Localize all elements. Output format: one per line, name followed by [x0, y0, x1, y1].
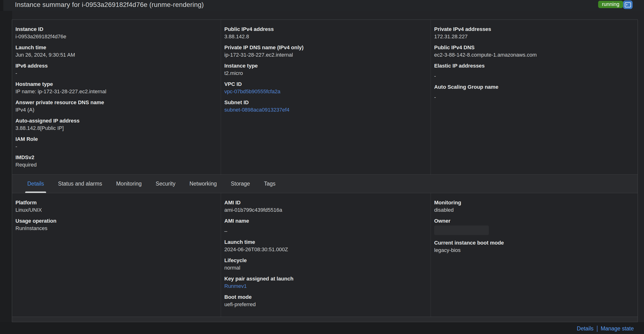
status-badge: running — [598, 1, 623, 8]
field-value: disabled — [434, 207, 634, 213]
field-ami-id: AMI ID ami-01b799c439fd5516a — [224, 199, 427, 213]
field-ipv6-address: IPv6 address - — [16, 63, 218, 76]
field-label: Auto Scaling Group name — [434, 84, 634, 90]
tab-details[interactable]: Details — [27, 175, 44, 193]
connect-terminal-button[interactable]: > _ — [623, 1, 632, 9]
field-label: Instance type — [224, 63, 427, 69]
field-value: - — [16, 143, 218, 150]
field-label: Hostname type — [16, 81, 218, 87]
field-label: Launch time — [224, 239, 427, 245]
field-value: RunInstances — [16, 225, 218, 231]
vpc-id-link[interactable]: vpc-07bd5b90555fcfa2a — [224, 88, 427, 95]
field-value: - — [434, 73, 634, 79]
field-label: Boot mode — [224, 294, 427, 300]
field-value: i-0953a269182f4d76e — [16, 33, 218, 40]
page-header: Instance summary for i-0953a269182f4d76e… — [3, 0, 644, 11]
field-value: Linux/UNIX — [16, 207, 218, 213]
field-label: Answer private resource DNS name — [16, 99, 218, 106]
field-label: Public IPv4 address — [224, 26, 427, 32]
field-label: AMI name — [224, 218, 427, 224]
field-label: Private IP DNS name (IPv4 only) — [224, 44, 427, 51]
details-column-3: Monitoring disabled Owner Current instan… — [430, 193, 638, 317]
page-title: Instance summary for i-0953a269182f4d76e… — [15, 1, 204, 9]
field-value: ami-01b799c439fd5516a — [224, 207, 427, 213]
field-value: 3.88.142.8[Public IP] — [16, 125, 218, 131]
field-owner: Owner — [434, 218, 634, 235]
tab-networking[interactable]: Networking — [190, 175, 217, 193]
field-value: 3.88.142.8 — [224, 33, 427, 40]
footer-links: Details Manage state — [577, 325, 634, 332]
tab-storage[interactable]: Storage — [231, 175, 250, 193]
tab-tags[interactable]: Tags — [264, 175, 276, 193]
field-lifecycle: Lifecycle normal — [224, 257, 427, 271]
field-label: Elastic IP addresses — [434, 63, 634, 69]
left-gutter — [0, 11, 12, 322]
instance-summary-panel: Instance ID i-0953a269182f4d76e Launch t… — [12, 20, 638, 175]
field-launch-time: Launch time Jun 26, 2024, 9:30:51 AM — [16, 44, 218, 58]
field-label: Lifecycle — [224, 257, 427, 264]
instance-summary-widget: Instance ID i-0953a269182f4d76e Launch t… — [12, 20, 638, 322]
field-value: 2024-06-26T08:30:51.000Z — [224, 246, 427, 253]
field-label: Owner — [434, 218, 634, 224]
field-label: Usage operation — [16, 218, 218, 224]
field-ami-name: AMI name – — [224, 218, 427, 234]
field-label: Platform — [16, 199, 218, 206]
field-iam-role: IAM Role - — [16, 136, 218, 150]
field-imdsv2: IMDSv2 Required — [16, 154, 218, 168]
field-value: legacy-bios — [434, 247, 634, 253]
field-instance-id: Instance ID i-0953a269182f4d76e — [16, 26, 218, 40]
field-value: - — [16, 70, 218, 76]
field-label: Launch time — [16, 44, 218, 51]
field-value: IP name: ip-172-31-28-227.ec2.internal — [16, 88, 218, 95]
footer-link-separator — [597, 326, 598, 332]
summary-column-1: Instance ID i-0953a269182f4d76e Launch t… — [12, 20, 221, 174]
footer-details-link[interactable]: Details — [577, 325, 594, 332]
field-vpc-id: VPC ID vpc-07bd5b90555fcfa2a — [224, 81, 427, 95]
footer-manage-state-link[interactable]: Manage state — [601, 325, 634, 332]
bottom-dark-strip — [0, 322, 644, 334]
field-value: uefi-preferred — [224, 301, 427, 307]
field-label: IAM Role — [16, 136, 218, 142]
field-value: 172.31.28.227 — [434, 33, 634, 40]
field-instance-type: Instance type t2.micro — [224, 63, 427, 76]
field-value: Required — [16, 162, 218, 168]
field-value: IPv4 (A) — [16, 107, 218, 113]
field-monitoring: Monitoring disabled — [434, 199, 634, 213]
field-current-boot-mode: Current instance boot mode legacy-bios — [434, 240, 634, 253]
field-elastic-ip-addresses: Elastic IP addresses - — [434, 63, 634, 79]
tab-status-and-alarms[interactable]: Status and alarms — [58, 175, 102, 193]
field-label: Auto-assigned IP address — [16, 118, 218, 124]
field-key-pair: Key pair assigned at launch Runmev1 — [224, 275, 427, 289]
owner-redacted-value — [434, 225, 489, 235]
tab-bar: Details Status and alarms Monitoring Sec… — [12, 175, 638, 193]
field-value: - — [434, 94, 634, 100]
field-auto-assigned-ip: Auto-assigned IP address 3.88.142.8[Publ… — [16, 118, 218, 131]
field-details-launch-time: Launch time 2024-06-26T08:30:51.000Z — [224, 239, 427, 253]
field-label: Private IPv4 addresses — [434, 26, 634, 32]
field-value: ec2-3-88-142-8.compute-1.amazonaws.com — [434, 52, 634, 58]
details-tab-panel: Platform Linux/UNIX Usage operation RunI… — [12, 193, 638, 317]
field-private-ipv4-addresses: Private IPv4 addresses 172.31.28.227 — [434, 26, 634, 40]
key-pair-link[interactable]: Runmev1 — [224, 283, 427, 289]
tab-security[interactable]: Security — [156, 175, 176, 193]
field-platform: Platform Linux/UNIX — [16, 199, 218, 213]
field-label: Monitoring — [434, 199, 634, 206]
field-label: IPv6 address — [16, 63, 218, 69]
field-label: Key pair assigned at launch — [224, 275, 427, 282]
field-value: Jun 26, 2024, 9:30:51 AM — [16, 52, 218, 58]
field-label: Subnet ID — [224, 99, 427, 106]
field-label: Public IPv4 DNS — [434, 44, 634, 51]
field-asg-name: Auto Scaling Group name - — [434, 84, 634, 100]
subnet-id-link[interactable]: subnet-0898aca0913237ef4 — [224, 107, 427, 113]
field-label: IMDSv2 — [16, 154, 218, 161]
field-value: t2.micro — [224, 70, 427, 76]
summary-column-3: Private IPv4 addresses 172.31.28.227 Pub… — [430, 20, 638, 174]
field-label: Instance ID — [16, 26, 218, 32]
tab-monitoring[interactable]: Monitoring — [116, 175, 142, 193]
field-public-ipv4: Public IPv4 address 3.88.142.8 — [224, 26, 427, 40]
field-answer-private-dns: Answer private resource DNS name IPv4 (A… — [16, 99, 218, 113]
field-subnet-id: Subnet ID subnet-0898aca0913237ef4 — [224, 99, 427, 113]
field-boot-mode: Boot mode uefi-preferred — [224, 294, 427, 307]
field-value: ip-172-31-28-227.ec2.internal — [224, 52, 427, 58]
field-public-ipv4-dns: Public IPv4 DNS ec2-3-88-142-8.compute-1… — [434, 44, 634, 58]
